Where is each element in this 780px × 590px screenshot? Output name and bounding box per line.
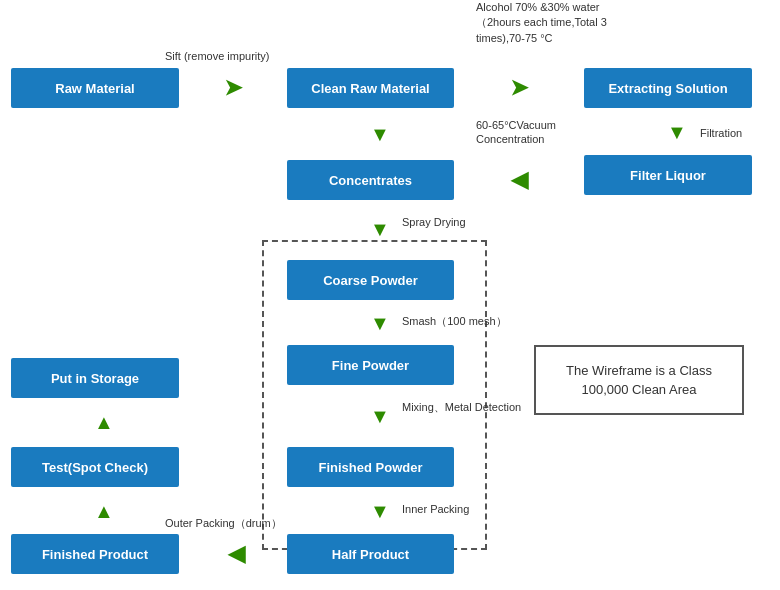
filtration-label: Filtration <box>700 127 742 139</box>
arrow-up-test: ▲ <box>84 400 124 444</box>
arrow-right-2: ➤ <box>460 68 578 108</box>
inner-packing-label: Inner Packing <box>402 503 469 515</box>
arrow-left-half: ◀ <box>190 534 282 574</box>
put-in-storage-box: Put in Storage <box>11 358 179 398</box>
coarse-powder-box: Coarse Powder <box>287 260 454 300</box>
clean-raw-material-box: Clean Raw Material <box>287 68 454 108</box>
wireframe-note: The Wireframe is a Class 100,000 Clean A… <box>534 345 744 415</box>
arrow-down-finished-powder: ▼ <box>360 491 400 531</box>
concentrates-box: Concentrates <box>287 160 454 200</box>
outer-packing-label: Outer Packing（drum） <box>165 516 282 530</box>
arrow-down-fine: ▼ <box>360 389 400 443</box>
arrow-up-finished: ▲ <box>84 491 124 531</box>
extracting-solution-box: Extracting Solution <box>584 68 752 108</box>
raw-material-box: Raw Material <box>11 68 179 108</box>
diagram: Alcohol 70% &30% water （2hours each time… <box>0 0 780 590</box>
arrow-down-extracting: ▼ <box>657 112 697 152</box>
mixing-label: Mixing、Metal Detection <box>402 400 521 415</box>
sift-label: Sift (remove impurity) <box>165 50 270 62</box>
smash-label: Smash（100 mesh） <box>402 314 507 329</box>
filter-liquor-box: Filter Liquor <box>584 155 752 195</box>
test-spot-check-box: Test(Spot Check) <box>11 447 179 487</box>
spray-drying-label: Spray Drying <box>402 216 466 228</box>
half-product-box: Half Product <box>287 534 454 574</box>
fine-powder-box: Fine Powder <box>287 345 454 385</box>
finished-powder-box: Finished Powder <box>287 447 454 487</box>
finished-product-box: Finished Product <box>11 534 179 574</box>
arrow-left-filter: ◀ <box>460 160 578 200</box>
arrow-right-1: ➤ <box>185 68 281 108</box>
arrow-down-coarse: ▼ <box>360 304 400 342</box>
top-note-label: Alcohol 70% &30% water （2hours each time… <box>476 0 636 46</box>
arrow-down-clean: ▼ <box>360 112 400 156</box>
concentration-label: 60-65°CVacuum Concentration <box>476 118 556 147</box>
